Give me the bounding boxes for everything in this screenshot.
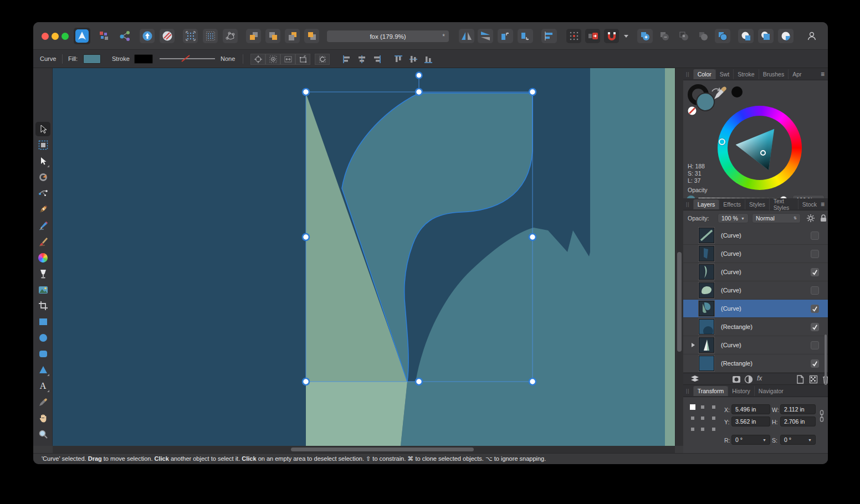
selection-handle-top-right[interactable] bbox=[529, 89, 536, 95]
x-field[interactable]: 5.496 in bbox=[731, 404, 770, 414]
selection-handle-top-center[interactable] bbox=[416, 89, 422, 95]
layer-row[interactable]: (Rectangle) bbox=[683, 354, 828, 373]
move-tool[interactable] bbox=[35, 122, 50, 136]
boolean-subtract-icon[interactable] bbox=[657, 29, 672, 43]
fill-color-swatch[interactable] bbox=[83, 54, 101, 64]
new-layer-icon[interactable] bbox=[796, 375, 804, 384]
stroke-color-swatch[interactable] bbox=[134, 54, 153, 64]
tab-styles[interactable]: Styles bbox=[745, 199, 769, 209]
account-person-icon[interactable] bbox=[803, 29, 820, 43]
adjustment-layer-icon[interactable] bbox=[744, 375, 753, 384]
lock-icon[interactable] bbox=[820, 214, 827, 223]
corner-tool[interactable] bbox=[35, 186, 50, 200]
boolean-combine-icon[interactable] bbox=[715, 29, 730, 43]
transparency-tool[interactable] bbox=[35, 266, 50, 281]
align-middle-vertical-icon[interactable] bbox=[406, 54, 421, 65]
hue-marker[interactable] bbox=[719, 138, 725, 145]
rotate-cw-icon[interactable] bbox=[518, 29, 533, 43]
tab-navigator[interactable]: Navigator bbox=[754, 386, 787, 396]
crop-tool[interactable] bbox=[35, 299, 50, 313]
geometry-front-icon[interactable] bbox=[758, 29, 774, 43]
tab-layers[interactable]: Layers bbox=[693, 199, 719, 209]
vertical-scrollbar[interactable] bbox=[675, 68, 683, 446]
align-left-icon[interactable] bbox=[339, 54, 354, 65]
visibility-checkbox[interactable] bbox=[811, 305, 819, 313]
selection-handle-middle-right[interactable] bbox=[529, 234, 536, 240]
slice-badge-icon[interactable] bbox=[160, 29, 175, 43]
align-center-horizontal-icon[interactable] bbox=[354, 54, 369, 65]
visibility-checkbox[interactable] bbox=[811, 232, 819, 240]
pen-tool[interactable] bbox=[35, 202, 50, 217]
show-alignment-handles-icon[interactable] bbox=[295, 54, 310, 65]
h-field[interactable]: 2.706 in bbox=[780, 416, 816, 426]
tab-stock[interactable]: Stock bbox=[798, 199, 821, 209]
visibility-checkbox[interactable] bbox=[811, 268, 819, 276]
export-badge-icon[interactable] bbox=[140, 29, 155, 43]
layer-row[interactable]: (Curve) bbox=[683, 263, 828, 281]
layers-stack-icon[interactable] bbox=[690, 375, 700, 383]
tab-color[interactable]: Color bbox=[693, 69, 715, 79]
layer-row[interactable]: (Curve) bbox=[683, 336, 828, 354]
selection-handle-middle-left[interactable] bbox=[303, 234, 309, 240]
tab-appearance[interactable]: Apr bbox=[788, 69, 805, 79]
disclosure-arrow-icon[interactable] bbox=[688, 343, 699, 347]
color-wheel[interactable] bbox=[718, 106, 802, 190]
align-top-icon[interactable] bbox=[391, 54, 406, 65]
document-title[interactable]: fox (179.9%) * bbox=[327, 30, 449, 42]
fill-gradient-tool[interactable] bbox=[35, 250, 50, 265]
vertical-scrollbar-thumb[interactable] bbox=[677, 252, 682, 352]
transform-origin-icon[interactable] bbox=[250, 54, 265, 65]
boolean-intersect-icon[interactable] bbox=[676, 29, 692, 43]
cycle-selection-box-icon[interactable] bbox=[315, 54, 330, 65]
saturation-lightness-marker[interactable] bbox=[760, 150, 766, 156]
move-by-whole-pixels-icon[interactable] bbox=[585, 29, 600, 43]
panel-grip[interactable]: || bbox=[686, 71, 690, 77]
flip-vertical-icon[interactable] bbox=[478, 29, 493, 43]
minimize-window-button[interactable] bbox=[52, 33, 59, 40]
canvas[interactable] bbox=[53, 68, 675, 446]
layer-effects-fx-icon[interactable]: fx bbox=[757, 374, 762, 382]
link-dimensions-icon[interactable] bbox=[819, 410, 825, 422]
layer-opacity-select[interactable]: 100 %▼ bbox=[718, 213, 749, 223]
blend-mode-select[interactable]: Normal⇅ bbox=[752, 213, 801, 223]
align-right-icon[interactable] bbox=[369, 54, 384, 65]
layer-row[interactable]: (Curve) bbox=[683, 227, 828, 245]
visibility-checkbox[interactable] bbox=[811, 341, 819, 349]
mask-layer-icon[interactable] bbox=[732, 375, 741, 384]
tab-transform[interactable]: Transform bbox=[693, 386, 728, 396]
panel-menu-icon[interactable]: ≡ bbox=[821, 200, 825, 208]
point-transform-tool[interactable] bbox=[35, 170, 50, 184]
horizontal-scrollbar-thumb[interactable] bbox=[291, 448, 474, 451]
arrange-move-forward-icon[interactable] bbox=[246, 29, 261, 43]
color-picker-tool[interactable] bbox=[35, 395, 50, 409]
layer-list-scrollbar-thumb[interactable] bbox=[825, 335, 827, 387]
selection-handle-top-left[interactable] bbox=[303, 89, 309, 95]
node-tool[interactable] bbox=[35, 154, 50, 168]
snapping-dropdown-icon[interactable] bbox=[622, 29, 631, 43]
visibility-checkbox[interactable] bbox=[811, 359, 819, 368]
snap-grid-icon[interactable] bbox=[183, 29, 198, 43]
layer-row[interactable]: (Curve) bbox=[683, 281, 828, 300]
canvas-viewport[interactable] bbox=[53, 68, 675, 446]
w-field[interactable]: 2.112 in bbox=[780, 404, 816, 414]
rectangle-tool[interactable] bbox=[35, 315, 50, 329]
visibility-checkbox[interactable] bbox=[811, 323, 819, 331]
export-persona-icon[interactable] bbox=[117, 29, 133, 43]
fox-chest-shape[interactable] bbox=[306, 382, 407, 446]
selection-handle-bottom-left[interactable] bbox=[303, 378, 309, 385]
pencil-tool[interactable] bbox=[35, 218, 50, 233]
rotation-field[interactable]: 0 °▼ bbox=[731, 435, 770, 445]
tab-effects[interactable]: Effects bbox=[719, 199, 745, 209]
layer-row[interactable]: (Curve) bbox=[683, 300, 828, 318]
panel-menu-icon[interactable]: ≡ bbox=[821, 70, 825, 78]
ellipse-tool[interactable] bbox=[35, 331, 50, 345]
geometry-behind-icon[interactable] bbox=[738, 29, 754, 43]
rotation-handle[interactable] bbox=[416, 73, 422, 79]
zoom-window-button[interactable] bbox=[62, 33, 69, 40]
panel-grip[interactable]: || bbox=[686, 388, 690, 394]
geometry-overlap-icon[interactable] bbox=[778, 29, 794, 43]
arrange-move-to-front-icon[interactable] bbox=[265, 29, 280, 43]
y-field[interactable]: 3.562 in bbox=[731, 416, 770, 426]
text-tool[interactable]: A bbox=[35, 379, 50, 393]
artboard-tool[interactable] bbox=[35, 138, 50, 152]
